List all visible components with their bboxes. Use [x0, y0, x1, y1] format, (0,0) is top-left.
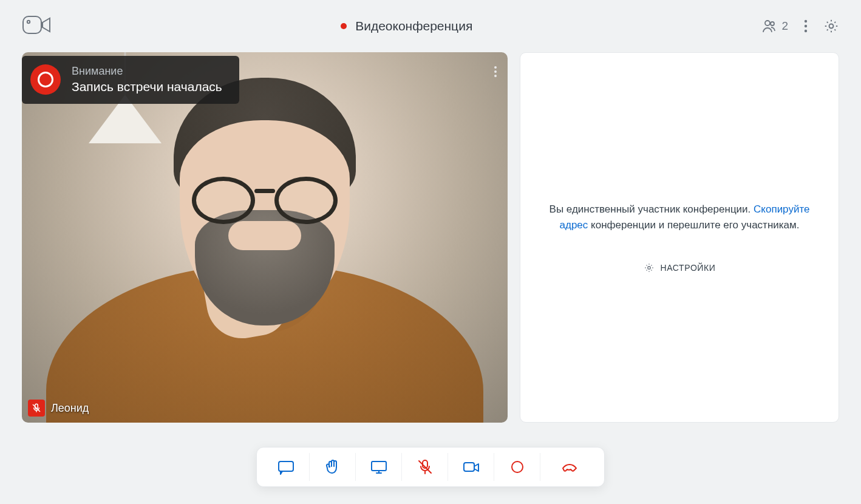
hangup-button[interactable]: [540, 453, 598, 481]
recording-indicator-icon: [341, 23, 347, 29]
header: Видеоконференция 2: [0, 0, 861, 52]
record-button[interactable]: [494, 453, 540, 481]
app-logo-icon: [22, 27, 51, 38]
side-panel: Вы единственный участник конференции. Ск…: [520, 52, 839, 423]
svg-rect-0: [23, 16, 41, 33]
control-dock: [256, 447, 605, 487]
chat-button[interactable]: [263, 453, 309, 481]
people-icon: [762, 19, 777, 33]
hand-icon: [324, 459, 342, 475]
participants-button[interactable]: 2: [762, 19, 788, 33]
recording-toast: Внимание Запись встречи началась: [22, 56, 239, 104]
side-settings-label: НАСТРОЙКИ: [661, 263, 716, 273]
main-area: Внимание Запись встречи началась Леонид …: [0, 52, 861, 441]
participant-name: Леонид: [51, 402, 89, 415]
gear-icon: [644, 262, 655, 273]
svg-rect-10: [279, 461, 293, 471]
settings-button[interactable]: [823, 18, 839, 34]
record-icon: [508, 459, 526, 475]
toggle-mic-button[interactable]: [401, 453, 448, 481]
chat-icon: [277, 459, 295, 475]
record-icon: [30, 64, 61, 95]
svg-point-14: [512, 461, 523, 472]
svg-rect-13: [464, 463, 474, 471]
svg-point-7: [829, 24, 834, 29]
toast-title: Внимание: [72, 64, 222, 78]
participant-name-badge: Леонид: [28, 400, 89, 417]
video-tile[interactable]: Внимание Запись встречи началась Леонид: [22, 52, 508, 423]
tile-more-button[interactable]: [494, 64, 497, 79]
svg-point-3: [771, 22, 774, 26]
page-title: Видеоконференция: [355, 19, 472, 33]
svg-point-5: [805, 25, 807, 27]
svg-point-6: [805, 30, 807, 32]
toggle-camera-button[interactable]: [448, 453, 494, 481]
gear-icon: [823, 18, 839, 34]
mic-off-icon: [416, 459, 434, 475]
raise-hand-button[interactable]: [309, 453, 355, 481]
participant-video: [22, 52, 508, 423]
svg-rect-11: [372, 461, 386, 471]
empty-state-text: Вы единственный участник конференции. Ск…: [541, 202, 818, 234]
participant-count: 2: [781, 19, 788, 33]
side-settings-button[interactable]: НАСТРОЙКИ: [644, 262, 716, 273]
share-screen-button[interactable]: [355, 453, 401, 481]
svg-point-4: [805, 20, 807, 22]
svg-point-9: [647, 267, 650, 270]
screen-icon: [370, 459, 388, 475]
toast-message: Запись встречи началась: [72, 78, 222, 95]
svg-point-2: [765, 21, 770, 26]
camera-icon: [462, 459, 480, 475]
svg-point-1: [27, 21, 30, 23]
more-menu-button[interactable]: [804, 19, 808, 33]
phone-icon: [560, 459, 579, 475]
mic-muted-icon: [28, 400, 45, 417]
